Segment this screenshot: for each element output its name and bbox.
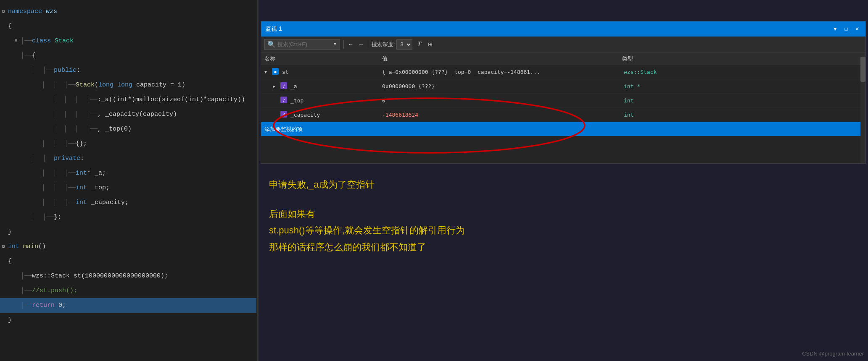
watch-title-label: 监视 1 <box>265 25 282 33</box>
code-line-l14: │ │ │──int _capacity; <box>0 195 256 210</box>
var-icon-r4: 𝑓 <box>280 111 287 119</box>
col-name-header: 名称 <box>264 55 382 63</box>
code-line-l13: │ │ │──int _top; <box>0 180 256 195</box>
var-value-r2: 0x00000000 {???} <box>380 83 622 89</box>
search-icon: 🔍 <box>267 40 276 49</box>
nav-forward-button[interactable]: → <box>357 40 364 49</box>
svg-text:●: ● <box>274 70 277 74</box>
code-line-l2: { <box>0 19 256 34</box>
var-type-r4: int <box>622 112 864 118</box>
watch-row-r3[interactable]: 𝑓_top0int <box>261 94 865 108</box>
var-icon-r3: 𝑓 <box>280 97 287 105</box>
annotation-area: 申请失败,_a成为了空指针 后面如果有 st.push()等等操作,就会发生空指… <box>261 168 866 264</box>
filter-button[interactable]: 𝑇 <box>416 39 423 49</box>
code-line-l20: │──wzs::Stack st(10000000000000000000); <box>0 269 256 283</box>
depth-control: 搜索深度: 3 1 2 4 5 <box>372 39 413 50</box>
code-line-l23: } <box>0 313 256 327</box>
watch-column-headers: 名称 值 类型 <box>261 52 865 65</box>
collapse-btn-l1[interactable]: ⊟ <box>2 4 8 19</box>
watch-title-left: 监视 1 <box>265 25 282 33</box>
expand-icon-r2[interactable]: ▶ <box>273 84 279 89</box>
var-type-r2: int * <box>622 83 864 89</box>
watch-window: 监视 1 ▼ □ ✕ 🔍 ▼ ← → 搜索深度: 3 1 <box>261 21 866 164</box>
watch-title-bar: 监视 1 ▼ □ ✕ <box>261 21 865 37</box>
add-watch-row[interactable]: 添加要监视的项 <box>261 122 865 136</box>
depth-select[interactable]: 3 1 2 4 5 <box>396 39 412 50</box>
annotation-line-2: 后面如果有 <box>269 206 857 222</box>
col-value-header: 值 <box>382 55 622 63</box>
var-type-r1: wzs::Stack <box>622 69 864 75</box>
watermark: CSDN @program-learner <box>802 351 864 357</box>
code-line-l6: │ │ │──Stack(long long capacity = 1) <box>0 78 256 92</box>
code-line-l15: │ │──}; <box>0 210 256 225</box>
watch-row-r1[interactable]: ▼●st{_a=0x00000000 {???} _top=0 _capacit… <box>261 65 865 79</box>
expand-button[interactable]: ⊞ <box>426 39 434 50</box>
var-value-r4: -1486618624 <box>380 112 622 118</box>
search-input[interactable] <box>277 41 332 47</box>
var-icon-r1: ● <box>272 68 279 76</box>
scrollbar-thumb[interactable] <box>860 57 865 82</box>
toolbar-separator-1 <box>343 40 344 49</box>
col-type-header: 类型 <box>622 55 862 63</box>
var-name-r1: st <box>282 69 289 75</box>
watch-row-r2[interactable]: ▶𝑓_a0x00000000 {???}int * <box>261 79 865 94</box>
code-line-l8: │ │ │ │──, _capacity(capacity) <box>0 107 256 122</box>
code-line-l19: { <box>0 254 256 269</box>
code-panel: ⊟namespace wzs{⊟│──class Stack│──{│ │──p… <box>0 0 256 361</box>
collapse-btn-l18[interactable]: ⊟ <box>2 239 8 254</box>
watch-toolbar: 🔍 ▼ ← → 搜索深度: 3 1 2 4 5 𝑇 ⊞ <box>261 37 865 52</box>
expand-icon-r1[interactable]: ▼ <box>264 70 270 74</box>
restore-button[interactable]: □ <box>842 25 850 33</box>
code-line-l1: ⊟namespace wzs <box>0 4 256 19</box>
pin-button[interactable]: ▼ <box>831 25 839 33</box>
code-line-l7: │ │ │ │──:_a((int*)malloc(sizeof(int)*ca… <box>0 92 256 107</box>
var-icon-r2: 𝑓 <box>280 82 287 90</box>
watch-rows: ▼●st{_a=0x00000000 {???} _top=0 _capacit… <box>261 65 865 136</box>
watch-window-controls[interactable]: ▼ □ ✕ <box>831 25 861 33</box>
code-line-l4: │──{ <box>0 48 256 63</box>
code-line-l5: │ │──public: <box>0 63 256 78</box>
code-line-l18: ⊟int main() <box>0 239 256 254</box>
nav-back-button[interactable]: ← <box>347 40 354 49</box>
annotation-line-4: 那样的话程序怎么崩的我们都不知道了 <box>269 239 857 256</box>
right-panel: 监视 1 ▼ □ ✕ 🔍 ▼ ← → 搜索深度: 3 1 <box>259 0 868 361</box>
code-line-l21: │──//st.push(); <box>0 283 256 298</box>
code-line-l11: │ │──private: <box>0 151 256 166</box>
var-value-r1: {_a=0x00000000 {???} _top=0 _capacity=-1… <box>380 69 622 75</box>
add-watch-label[interactable]: 添加要监视的项 <box>263 126 380 133</box>
annotation-line-1: 申请失败,_a成为了空指针 <box>269 176 857 193</box>
close-button[interactable]: ✕ <box>853 25 861 33</box>
var-name-r4: _capacity <box>290 112 320 118</box>
search-dropdown-icon[interactable]: ▼ <box>334 42 336 47</box>
toolbar-separator-2 <box>368 40 368 49</box>
annotation-line-3: st.push()等等操作,就会发生空指针的解引用行为 <box>269 222 857 239</box>
code-line-l10: │ │ │──{}; <box>0 136 256 151</box>
var-type-r3: int <box>622 97 864 104</box>
var-value-r3: 0 <box>380 97 622 104</box>
code-line-l22: │──return 0; <box>0 298 256 313</box>
code-line-l12: │ │ │──int* _a; <box>0 166 256 180</box>
code-line-l9: │ │ │ │──, _top(0) <box>0 122 256 136</box>
search-box[interactable]: 🔍 ▼ <box>264 39 340 50</box>
code-line-l3: ⊟│──class Stack <box>0 34 256 48</box>
watch-scrollbar[interactable] <box>860 52 865 163</box>
depth-label: 搜索深度: <box>372 41 395 48</box>
var-name-r3: _top <box>290 97 303 104</box>
collapse-btn-l3[interactable]: ⊟ <box>15 34 21 48</box>
watch-row-r4[interactable]: 𝑓_capacity-1486618624int <box>261 108 865 122</box>
code-line-l16: } <box>0 225 256 239</box>
var-name-r2: _a <box>290 83 297 89</box>
